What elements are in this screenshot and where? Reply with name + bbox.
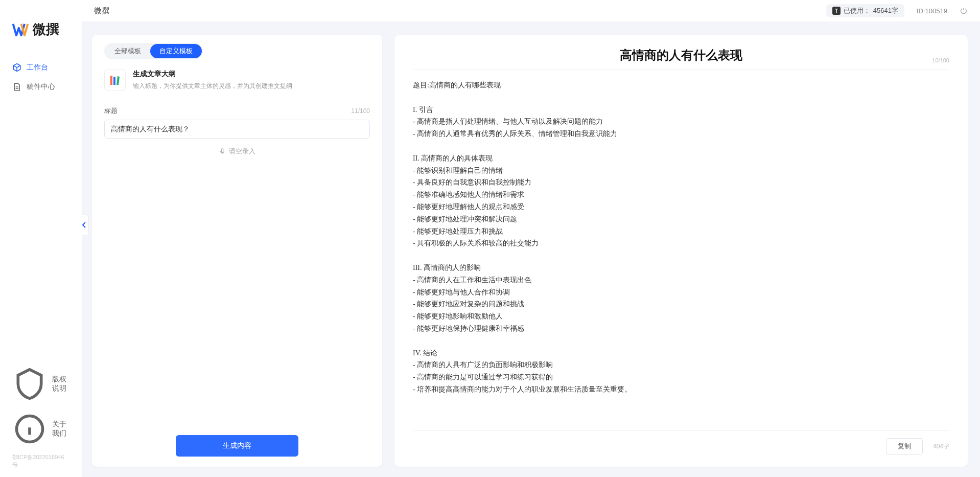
topbar-right: T 已使用： 45641字 ID:100519 <box>826 4 968 17</box>
icp-text: 鄂ICP备2022016946号 <box>0 451 82 473</box>
chevron-left-icon <box>82 222 87 228</box>
content-area: 全部模板 自定义模板 生成文章大纲 输入标题，为你提供文章主体的灵感，并为其创建… <box>82 21 980 477</box>
nav-label: 稿件中心 <box>27 82 55 92</box>
page-title: 微撰 <box>94 6 109 16</box>
template-icon <box>104 70 126 91</box>
output-panel: 高情商的人有什么表现 10/100 题目:高情商的人有哪些表现 I. 引言 - … <box>394 35 968 467</box>
nav-copyright[interactable]: 版权说明 <box>0 361 82 406</box>
footer-label: 关于我们 <box>52 420 69 438</box>
user-id: ID:100519 <box>917 7 947 15</box>
power-icon[interactable] <box>960 7 968 15</box>
t-icon: T <box>832 7 841 15</box>
footer-label: 版权说明 <box>52 375 69 393</box>
topbar: 微撰 T 已使用： 45641字 ID:100519 <box>82 0 980 21</box>
sidebar-collapse-handle[interactable] <box>81 215 88 235</box>
logo-text: 微撰 <box>33 20 59 38</box>
config-panel: 全部模板 自定义模板 生成文章大纲 输入标题，为你提供文章主体的灵感，并为其创建… <box>92 35 382 467</box>
nav-about[interactable]: 关于我们 <box>0 406 82 451</box>
tab-custom-templates[interactable]: 自定义模板 <box>150 44 202 58</box>
copy-button[interactable]: 复制 <box>886 438 923 455</box>
tab-all-templates[interactable]: 全部模板 <box>105 44 150 58</box>
document-icon <box>12 82 21 92</box>
voice-hint: 请空录入 <box>229 147 255 156</box>
generate-button[interactable]: 生成内容 <box>176 435 298 457</box>
title-label-row: 标题 11/100 <box>104 106 370 116</box>
doc-body[interactable]: 题目:高情商的人有哪些表现 I. 引言 - 高情商是指人们处理情绪、与他人互动以… <box>413 79 949 431</box>
books-icon <box>108 74 122 87</box>
doc-title[interactable]: 高情商的人有什么表现 <box>413 47 949 63</box>
mic-icon <box>219 148 226 155</box>
template-tabs: 全部模板 自定义模板 <box>104 43 203 59</box>
cube-icon <box>12 63 21 72</box>
main: 微撰 T 已使用： 45641字 ID:100519 全部模板 自定义模板 <box>82 0 980 477</box>
template-card: 生成文章大纲 输入标题，为你提供文章主体的灵感，并为其创建推文提纲 <box>104 67 370 100</box>
title-label: 标题 <box>104 106 118 116</box>
info-icon <box>12 412 47 446</box>
doc-title-row: 高情商的人有什么表现 10/100 <box>413 47 949 70</box>
logo-icon <box>12 21 29 38</box>
voice-input-row[interactable]: 请空录入 <box>104 139 370 164</box>
svg-rect-1 <box>221 149 223 152</box>
title-counter: 11/100 <box>351 107 370 115</box>
doc-footer: 复制 404字 <box>413 431 949 455</box>
nav-drafts[interactable]: 稿件中心 <box>0 77 82 97</box>
sidebar: 微撰 工作台 稿件中心 版权说明 关于我们 鄂ICP备2022016946号 <box>0 0 82 477</box>
usage-value: 45641字 <box>873 6 898 15</box>
shield-icon <box>12 367 47 401</box>
usage-prefix: 已使用： <box>844 6 870 15</box>
doc-title-counter: 10/100 <box>932 57 949 63</box>
template-desc: 输入标题，为你提供文章主体的灵感，并为其创建推文提纲 <box>133 82 292 90</box>
template-info: 生成文章大纲 输入标题，为你提供文章主体的灵感，并为其创建推文提纲 <box>133 70 292 91</box>
nav-list: 工作台 稿件中心 <box>0 54 82 361</box>
logo: 微撰 <box>0 0 82 54</box>
nav-label: 工作台 <box>27 63 48 72</box>
title-input[interactable] <box>104 120 370 139</box>
template-name: 生成文章大纲 <box>133 70 292 79</box>
nav-workbench[interactable]: 工作台 <box>0 58 82 77</box>
sidebar-footer: 版权说明 关于我们 鄂ICP备2022016946号 <box>0 361 82 477</box>
word-count: 404字 <box>933 442 949 451</box>
usage-pill[interactable]: T 已使用： 45641字 <box>826 4 904 17</box>
